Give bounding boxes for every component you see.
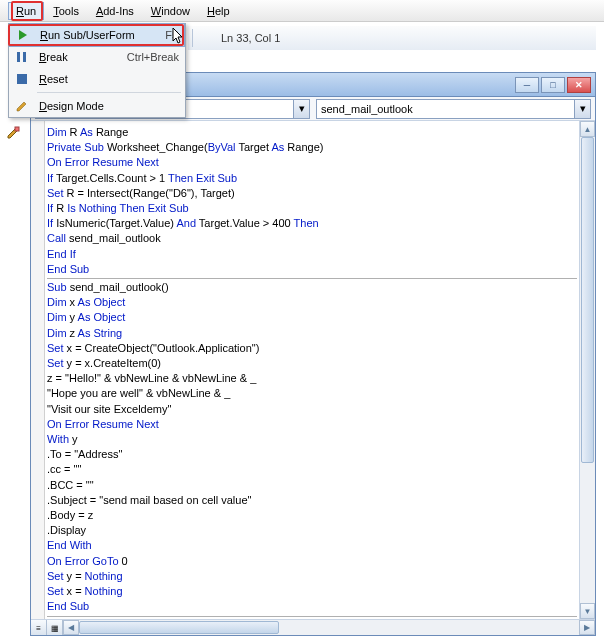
procedure-selector[interactable]: send_mail_outlook ▾ <box>316 99 591 119</box>
code-line[interactable]: Private Sub Worksheet_Change(ByVal Targe… <box>47 140 577 155</box>
minimize-button[interactable]: ─ <box>515 77 539 93</box>
scroll-down-icon[interactable]: ▼ <box>580 603 595 619</box>
svg-rect-6 <box>15 127 19 131</box>
procedure-selector-value: send_mail_outlook <box>321 103 413 115</box>
hscroll-thumb[interactable] <box>79 621 279 634</box>
scroll-left-icon[interactable]: ◀ <box>63 620 79 635</box>
menu-item-run-sub-userform[interactable]: Run Sub/UserFormF5 <box>9 23 185 47</box>
svg-rect-2 <box>17 74 27 84</box>
menu-shortcut: F5 <box>165 29 178 41</box>
code-window: xlsm - Module1 (Code) ─ □ ✕ ▾ send_mail_… <box>30 72 596 636</box>
menu-item-label: Break <box>39 51 119 63</box>
code-line[interactable]: .To = "Address" <box>47 447 577 462</box>
svg-rect-1 <box>23 52 26 62</box>
code-line[interactable]: On Error GoTo 0 <box>47 554 577 569</box>
code-line[interactable]: .Display <box>47 523 577 538</box>
menu-item-break[interactable]: BreakCtrl+Break <box>9 46 185 68</box>
code-line[interactable]: z = "Hello!" & vbNewLine & vbNewLine & _ <box>47 371 577 386</box>
close-button[interactable]: ✕ <box>567 77 591 93</box>
code-line[interactable]: On Error Resume Next <box>47 155 577 170</box>
scroll-up-icon[interactable]: ▲ <box>580 121 595 137</box>
vertical-scrollbar[interactable]: ▲ ▼ <box>579 121 595 619</box>
code-line[interactable]: Set x = CreateObject("Outlook.Applicatio… <box>47 341 577 356</box>
code-line[interactable]: Set y = Nothing <box>47 569 577 584</box>
scroll-right-icon[interactable]: ▶ <box>579 620 595 635</box>
code-line[interactable]: Set x = Nothing <box>47 584 577 599</box>
play-icon <box>14 30 32 40</box>
code-line[interactable]: "Visit our site Exceldemy" <box>47 402 577 417</box>
scroll-thumb[interactable] <box>581 137 594 463</box>
menu-shortcut: Ctrl+Break <box>127 51 179 63</box>
code-line[interactable]: Dim x As Object <box>47 295 577 310</box>
code-line[interactable]: Set R = Intersect(Range("D6"), Target) <box>47 186 577 201</box>
procedure-view-icon[interactable]: ≡ <box>31 620 47 635</box>
maximize-button[interactable]: □ <box>541 77 565 93</box>
menu-item-design-mode[interactable]: Design Mode <box>9 95 185 117</box>
chevron-down-icon[interactable]: ▾ <box>293 100 309 118</box>
code-line[interactable]: If R Is Nothing Then Exit Sub <box>47 201 577 216</box>
menubar[interactable]: RunToolsAdd-InsWindowHelp <box>0 0 604 22</box>
code-text-area[interactable]: Dim R As RangePrivate Sub Worksheet_Chan… <box>45 121 579 619</box>
code-line[interactable]: On Error Resume Next <box>47 417 577 432</box>
code-line[interactable]: Dim R As Range <box>47 125 577 140</box>
svg-rect-0 <box>17 52 20 62</box>
code-editor-body: Dim R As RangePrivate Sub Worksheet_Chan… <box>31 121 595 635</box>
design-icon <box>13 100 31 112</box>
menu-run[interactable]: Run <box>8 2 44 20</box>
menu-separator <box>37 92 181 93</box>
reset-icon <box>13 74 31 84</box>
code-line[interactable]: With y <box>47 432 577 447</box>
code-line[interactable]: Sub send_mail_outlook() <box>47 280 577 295</box>
menu-item-label: Run Sub/UserForm <box>40 29 157 41</box>
code-line[interactable]: .Body = z <box>47 508 577 523</box>
horizontal-scrollbar[interactable]: ≡ ▦ ◀ ▶ <box>31 619 595 635</box>
code-line[interactable]: "Hope you are well" & vbNewLine & _ <box>47 386 577 401</box>
menu-add-ins[interactable]: Add-Ins <box>88 2 142 20</box>
code-gutter <box>31 121 45 635</box>
code-line[interactable]: Dim z As String <box>47 326 577 341</box>
menu-item-reset[interactable]: Reset <box>9 68 185 90</box>
code-line[interactable]: Call send_mail_outlook <box>47 231 577 246</box>
code-line[interactable]: If Target.Cells.Count > 1 Then Exit Sub <box>47 171 577 186</box>
code-line[interactable]: End With <box>47 538 577 553</box>
menu-item-label: Design Mode <box>39 100 171 112</box>
code-line[interactable]: Set y = x.CreateItem(0) <box>47 356 577 371</box>
break-icon <box>13 52 31 62</box>
code-line[interactable]: Dim y As Object <box>47 310 577 325</box>
chevron-down-icon[interactable]: ▾ <box>574 100 590 118</box>
toolbar-secondary: Ln 33, Col 1 <box>188 26 596 50</box>
code-line[interactable]: .Subject = "send mail based on cell valu… <box>47 493 577 508</box>
code-line[interactable]: .cc = "" <box>47 462 577 477</box>
full-module-view-icon[interactable]: ▦ <box>47 620 63 635</box>
design-mode-icon[interactable] <box>2 122 24 144</box>
run-dropdown-menu[interactable]: Run Sub/UserFormF5BreakCtrl+BreakResetDe… <box>8 23 186 118</box>
code-line[interactable]: If IsNumeric(Target.Value) And Target.Va… <box>47 216 577 231</box>
code-line[interactable]: .BCC = "" <box>47 478 577 493</box>
menu-item-label: Reset <box>39 73 171 85</box>
cursor-position: Ln 33, Col 1 <box>197 32 280 44</box>
code-line[interactable]: End If <box>47 247 577 262</box>
code-line[interactable]: End Sub <box>47 262 577 277</box>
menu-help[interactable]: Help <box>199 2 238 20</box>
code-line[interactable]: End Sub <box>47 599 577 614</box>
menu-window[interactable]: Window <box>143 2 198 20</box>
menu-tools[interactable]: Tools <box>45 2 87 20</box>
